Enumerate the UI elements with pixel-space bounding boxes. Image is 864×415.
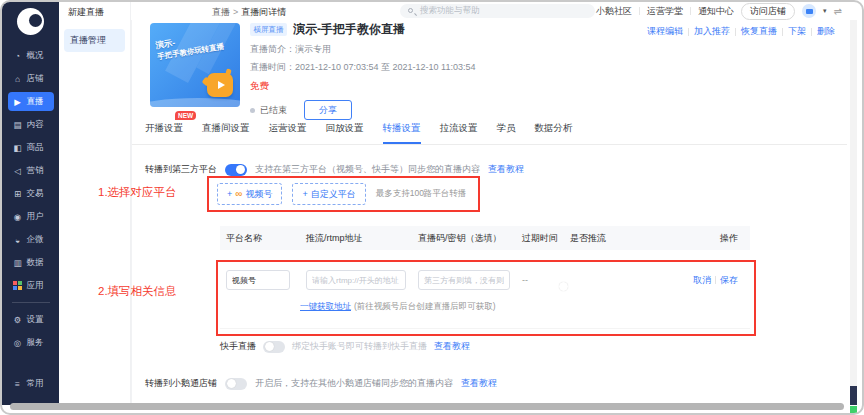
platform-table-row: -- 取消 保存 <box>220 270 750 290</box>
sidebar-label: 营销 <box>27 165 44 177</box>
sidebar-label: 概况 <box>27 50 44 62</box>
gear-icon: ⚙ <box>13 315 23 325</box>
goods-icon: ◧ <box>13 143 23 153</box>
get-address-link[interactable]: 一键获取地址 <box>300 301 351 313</box>
sidebar-item-live[interactable]: ▶直播 <box>8 92 54 111</box>
sidebar-item-users[interactable]: ◉用户 <box>8 207 54 226</box>
search-input[interactable]: 搜索功能与帮助 <box>400 4 595 18</box>
save-button[interactable]: 保存 <box>720 274 738 287</box>
platform-name-input[interactable] <box>226 270 290 290</box>
sidebar-item-apps[interactable]: 应用 <box>8 276 54 295</box>
tab-room-settings[interactable]: 直播间设置 <box>202 122 250 144</box>
divider <box>639 7 640 15</box>
sidebar-divider <box>12 302 50 303</box>
take-down-link[interactable]: 下架 <box>788 25 806 38</box>
tab-data-analysis[interactable]: 数据分析 <box>535 122 573 144</box>
settings-tabs: NEW 开播设置 直播间设置 运营设置 回放设置 转播设置 拉流设置 学员 数据… <box>145 122 573 144</box>
store-switcher-icon[interactable] <box>802 4 816 18</box>
tab-rebroadcast-settings[interactable]: 转播设置 <box>383 122 421 144</box>
row-divider <box>220 328 750 329</box>
sidebar-item-frequent[interactable]: ≡常用 <box>8 374 54 393</box>
users-icon: ◉ <box>13 212 23 222</box>
sidebar-label: 服务 <box>27 337 44 349</box>
kuaishou-tutorial-link[interactable]: 查看教程 <box>434 340 470 353</box>
notification-link[interactable]: 通知中心 <box>698 5 734 18</box>
xiaoe-shop-toggle[interactable] <box>225 378 247 390</box>
third-party-toggle[interactable] <box>225 164 247 176</box>
sidebar-label: 设置 <box>27 314 44 326</box>
sidebar-label: 商品 <box>27 142 44 154</box>
stream-key-input[interactable] <box>418 270 510 290</box>
add-wechat-channel-button[interactable]: + ∞ 视频号 <box>217 183 282 205</box>
live-title: 演示-手把手教你直播 <box>293 21 405 38</box>
sidebar-item-wecom[interactable]: ◒企微 <box>8 230 54 249</box>
sidebar-label: 内容 <box>27 119 44 131</box>
tab-operation-settings[interactable]: 运营设置 <box>269 122 307 144</box>
tab-students[interactable]: 学员 <box>497 122 516 144</box>
xiaoe-shop-desc: 开启后，支持在其他小鹅通店铺同步您的直播内容 <box>255 377 453 390</box>
third-party-tutorial-link[interactable]: 查看教程 <box>488 163 524 176</box>
xiaoe-shop-row: 转播到小鹅通店铺 开启后，支持在其他小鹅通店铺同步您的直播内容 查看教程 <box>145 377 497 390</box>
content-icon: ▤ <box>13 120 23 130</box>
delete-link[interactable]: 删除 <box>817 25 835 38</box>
cancel-button[interactable]: 取消 <box>693 274 711 287</box>
sidebar-label: 数据 <box>27 257 44 269</box>
secondary-sidebar: 新建直播 直播管理 <box>59 2 131 405</box>
get-address-hint: (前往视频号后台创建直播后即可获取) <box>354 301 496 313</box>
live-cover-image: 演示- 手把手教你玩转直播 <box>150 23 240 107</box>
add-custom-platform-button[interactable]: + 自定义平台 <box>292 183 365 205</box>
horizontal-scrollbar-thumb[interactable] <box>10 403 844 410</box>
add-recommend-link[interactable]: 加入推荐 <box>694 25 730 38</box>
sidebar-item-trade[interactable]: ⊞交易 <box>8 184 54 203</box>
sidebar-item-shop[interactable]: ⌂店铺 <box>8 69 54 88</box>
sidebar-item-overview[interactable]: ◔概况 <box>8 46 54 65</box>
restore-live-link[interactable]: 恢复直播 <box>741 25 777 38</box>
sidebar-item-marketing[interactable]: ◁营销 <box>8 161 54 180</box>
breadcrumb: 直播>直播间详情 <box>212 6 286 19</box>
breadcrumb-separator: > <box>233 7 238 17</box>
marketing-icon: ◁ <box>13 166 23 176</box>
tab-pull-stream-settings[interactable]: 拉流设置 <box>440 122 478 144</box>
sidebar-item-service[interactable]: ◎服务 <box>8 333 54 352</box>
new-live-button[interactable]: 新建直播 <box>68 6 130 19</box>
third-party-row: 转播到第三方平台 支持在第三方平台（视频号、快手等）同步您的直播内容 查看教程 <box>145 163 524 176</box>
rtmp-address-input[interactable] <box>306 270 406 290</box>
live-intro: 直播简介：演示专用 <box>250 43 475 56</box>
sidebar-item-settings[interactable]: ⚙设置 <box>8 310 54 329</box>
tab-replay-settings[interactable]: 回放设置 <box>326 122 364 144</box>
vertical-scrollbar-track[interactable] <box>850 20 857 405</box>
divider <box>690 7 691 15</box>
frequent-icon: ≡ <box>13 379 23 389</box>
sidebar-item-content[interactable]: ▤内容 <box>8 115 54 134</box>
sidebar-label: 直播 <box>27 96 44 108</box>
tab-start-settings[interactable]: 开播设置 <box>145 122 183 144</box>
top-bar: 直播>直播间详情 搜索功能与帮助 小鹅社区 运营学堂 通知中心 访问店铺 ▾ ⇌ <box>132 2 848 20</box>
chevron-down-icon[interactable]: ▾ <box>823 7 827 15</box>
kuaishou-toggle[interactable] <box>263 341 285 353</box>
new-badge: NEW <box>175 111 196 120</box>
community-link[interactable]: 小鹅社区 <box>596 5 632 18</box>
data-icon: ▥ <box>13 258 23 268</box>
sidebar-label: 店铺 <box>27 73 44 85</box>
sidebar-item-data[interactable]: ▥数据 <box>8 253 54 272</box>
breadcrumb-root[interactable]: 直播 <box>212 7 230 17</box>
kuaishou-desc: 绑定快手账号即可转播到快手直播 <box>292 340 427 353</box>
xiaoe-logo <box>17 8 44 35</box>
edit-course-link[interactable]: 课程编辑 <box>647 25 683 38</box>
sidebar-item-goods[interactable]: ◧商品 <box>8 138 54 157</box>
switch-account-icon[interactable]: ⇌ <box>834 6 842 17</box>
sidebar-label: 企微 <box>27 234 44 246</box>
tabs-divider <box>132 144 847 145</box>
live-manage-item[interactable]: 直播管理 <box>64 29 125 52</box>
col-platform-name: 平台名称 <box>220 232 300 245</box>
share-button[interactable]: 分享 <box>304 100 352 120</box>
landscape-live-badge: 横屏直播 <box>250 23 287 36</box>
xiaoe-shop-tutorial-link[interactable]: 查看教程 <box>461 377 497 390</box>
wecom-icon: ◒ <box>13 235 23 245</box>
visit-shop-button[interactable]: 访问店铺 <box>741 3 795 20</box>
academy-link[interactable]: 运营学堂 <box>647 5 683 18</box>
platform-table-header: 平台名称 推流/rtmp地址 直播码/密钥（选填） 过期时间 是否推流 操作 <box>220 226 750 250</box>
price-label: 免费 <box>250 80 475 93</box>
vertical-scrollbar-thumb[interactable] <box>850 386 857 405</box>
scrollbar-corner-accent <box>850 406 857 413</box>
